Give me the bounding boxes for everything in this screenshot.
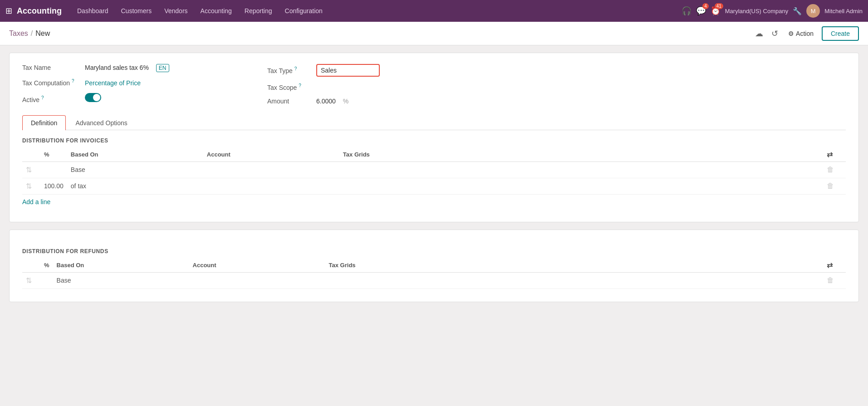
row2-account — [203, 178, 339, 194]
subheader-actions: ☁ ↺ ⚙ Action Create — [753, 26, 859, 41]
main-content: Tax Name Maryland sales tax 6% EN Tax Co… — [0, 45, 868, 406]
right-column: Tax Type ? Sales Tax Scope ? Amou — [267, 64, 846, 111]
app-brand: Accounting — [17, 6, 62, 16]
settings-wrench-icon[interactable]: 🔧 — [793, 7, 802, 15]
th-account: Account — [203, 147, 339, 162]
two-col-form: Tax Name Maryland sales tax 6% EN Tax Co… — [22, 64, 846, 111]
refund-row1-percent — [40, 272, 53, 289]
tax-name-row: Tax Name Maryland sales tax 6% EN — [22, 64, 249, 72]
th-percent: % — [40, 147, 67, 162]
admin-name: Mitchell Admin — [824, 8, 863, 15]
row-handle-icon[interactable]: ⇅ — [26, 166, 32, 174]
amount-value[interactable]: 6.0000 — [316, 98, 336, 105]
nav-vendors[interactable]: Vendors — [159, 5, 193, 17]
refunds-column-settings-icon[interactable]: ⇄ — [827, 261, 833, 269]
refund-row-handle-icon[interactable]: ⇅ — [26, 277, 32, 284]
tab-definition[interactable]: Definition — [22, 115, 66, 130]
th-based-on: Based On — [67, 147, 203, 162]
row2-based-on[interactable]: of tax — [67, 178, 203, 194]
activity-badge: 41 — [715, 3, 723, 9]
tabs: Definition Advanced Options — [22, 115, 846, 130]
refund-row1-based-on[interactable]: Base — [53, 272, 189, 289]
row1-based-on[interactable]: Base — [67, 161, 203, 178]
support-icon[interactable]: 🎧 — [682, 6, 691, 16]
row-handle-icon[interactable]: ⇅ — [26, 182, 32, 190]
nav-configuration[interactable]: Configuration — [280, 5, 328, 17]
undo-icon[interactable]: ↺ — [770, 27, 780, 40]
th-handle — [22, 147, 40, 162]
amount-label: Amount — [267, 98, 313, 105]
gear-icon: ⚙ — [788, 30, 794, 37]
breadcrumb-parent[interactable]: Taxes — [9, 29, 28, 38]
en-badge[interactable]: EN — [156, 64, 169, 72]
tax-scope-help-icon: ? — [299, 83, 301, 88]
tax-name-label: Tax Name — [22, 64, 81, 71]
tax-computation-value[interactable]: Percentage of Price — [85, 79, 141, 87]
table-row: ⇅ 100.00 of tax 🗑 — [22, 178, 846, 194]
amount-unit: % — [343, 98, 348, 105]
invoices-table: % Based On Account Tax Grids ⇄ ⇅ Base — [22, 147, 846, 195]
refund-row1-tax-grids — [325, 272, 823, 289]
chat-icon[interactable]: 💬 4 — [696, 6, 706, 16]
distribution-invoices-section: DISTRIBUTION FOR INVOICES % Based On Acc… — [22, 130, 846, 209]
active-label: Active ? — [22, 95, 81, 103]
apps-grid-icon[interactable]: ⊞ — [5, 6, 12, 16]
th-actions: ⇄ — [823, 147, 846, 162]
topbar-right: 🎧 💬 4 ⏰ 41 Maryland(US) Company 🔧 M Mitc… — [682, 4, 863, 18]
row2-delete-icon[interactable]: 🗑 — [827, 182, 834, 190]
create-button[interactable]: Create — [822, 26, 859, 41]
activity-icon[interactable]: ⏰ 41 — [711, 6, 721, 16]
refunds-section-title: DISTRIBUTION FOR REFUNDS — [22, 241, 846, 258]
company-name: Maryland(US) Company — [725, 8, 788, 15]
active-toggle-input[interactable] — [85, 93, 101, 102]
rth-account: Account — [189, 258, 325, 273]
rth-based-on: Based On — [53, 258, 189, 273]
breadcrumb-separator: / — [31, 29, 33, 38]
table-row: ⇅ Base 🗑 — [22, 272, 846, 289]
distribution-refunds-card: DISTRIBUTION FOR REFUNDS % Based On Acco… — [9, 230, 859, 302]
invoices-section-title: DISTRIBUTION FOR INVOICES — [22, 130, 846, 147]
tax-type-box[interactable]: Sales — [316, 64, 380, 77]
tax-scope-row: Tax Scope ? — [267, 83, 846, 91]
action-label: Action — [796, 30, 814, 37]
avatar[interactable]: M — [806, 4, 820, 18]
refunds-table: % Based On Account Tax Grids ⇄ ⇅ Base 🗑 — [22, 258, 846, 289]
action-button[interactable]: ⚙ Action — [785, 28, 817, 39]
tax-computation-row: Tax Computation ? Percentage of Price — [22, 78, 249, 87]
nav-reporting[interactable]: Reporting — [239, 5, 278, 17]
active-toggle[interactable] — [85, 93, 101, 102]
nav-accounting[interactable]: Accounting — [195, 5, 237, 17]
tab-advanced-options[interactable]: Advanced Options — [67, 115, 136, 130]
row2-percent: 100.00 — [40, 178, 67, 194]
row1-percent — [40, 161, 67, 178]
tax-type-label: Tax Type ? — [267, 66, 313, 74]
rth-handle — [22, 258, 40, 273]
form-card: Tax Name Maryland sales tax 6% EN Tax Co… — [9, 53, 859, 222]
tax-type-row: Tax Type ? Sales — [267, 64, 846, 77]
nav-customers[interactable]: Customers — [116, 5, 157, 17]
rth-percent: % — [40, 258, 53, 273]
tax-name-value[interactable]: Maryland sales tax 6% — [85, 64, 149, 71]
cloud-upload-icon[interactable]: ☁ — [753, 27, 765, 40]
subheader: Taxes / New ☁ ↺ ⚙ Action Create — [0, 22, 868, 45]
breadcrumb-current: New — [35, 29, 50, 38]
row1-delete-icon[interactable]: 🗑 — [827, 166, 834, 173]
chat-badge: 4 — [702, 3, 709, 9]
row1-tax-grids — [339, 161, 823, 178]
column-settings-icon[interactable]: ⇄ — [827, 151, 833, 158]
tax-type-value: Sales — [321, 67, 337, 74]
add-line-invoices-button[interactable]: Add a line — [22, 195, 50, 209]
nav-dashboard[interactable]: Dashboard — [72, 5, 114, 17]
row2-tax-grids — [339, 178, 823, 194]
refund-row1-account — [189, 272, 325, 289]
row1-account — [203, 161, 339, 178]
th-tax-grids: Tax Grids — [339, 147, 823, 162]
active-help-icon: ? — [41, 95, 44, 100]
left-column: Tax Name Maryland sales tax 6% EN Tax Co… — [22, 64, 249, 111]
rth-tax-grids: Tax Grids — [325, 258, 823, 273]
breadcrumb: Taxes / New — [9, 29, 50, 38]
table-row: ⇅ Base 🗑 — [22, 161, 846, 178]
refund-row1-delete-icon[interactable]: 🗑 — [827, 276, 834, 284]
help-icon: ? — [72, 78, 74, 83]
main-menu: Dashboard Customers Vendors Accounting R… — [72, 5, 680, 17]
